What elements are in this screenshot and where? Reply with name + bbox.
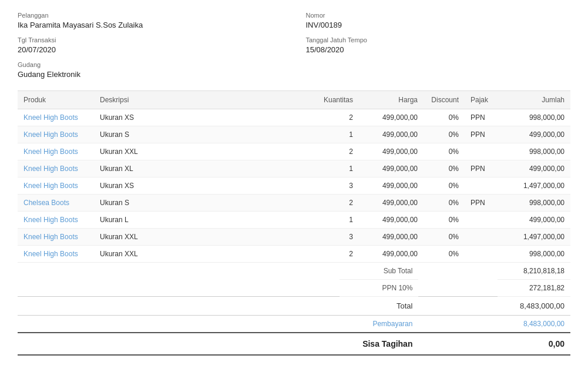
product-tax: PPN (465, 109, 500, 126)
product-qty: 1 (312, 160, 359, 177)
ppn-label: PPN 10% (340, 280, 418, 297)
col-pajak: Pajak (465, 91, 500, 109)
product-tax (465, 246, 500, 263)
table-row: Kneel High Boots Ukuran L 1 499,000,00 0… (18, 212, 570, 229)
summary-area: Sub Total 8,210,818,18 PPN 10% 272,181,8… (18, 263, 570, 356)
total-value: 8,483,000,00 (498, 297, 570, 316)
table-row: Chelsea Boots Ukuran S 2 499,000,00 0% P… (18, 195, 570, 212)
col-kuantitas: Kuantitas (312, 91, 359, 109)
table-row: Kneel High Boots Ukuran XL 1 499,000,00 … (18, 160, 570, 177)
product-price: 499,000,00 (359, 126, 424, 143)
product-name[interactable]: Chelsea Boots (18, 195, 94, 212)
pelanggan-block: Pelanggan Ika Paramita Mayasari S.Sos Zu… (18, 12, 283, 29)
product-total: 1,497,000,00 (500, 229, 570, 246)
sisa-tagihan-value: 0,00 (498, 333, 570, 355)
product-qty: 1 (312, 126, 359, 143)
product-name[interactable]: Kneel High Boots (18, 246, 94, 263)
product-name[interactable]: Kneel High Boots (18, 109, 94, 126)
nomor-value: INV/00189 (306, 21, 571, 29)
table-row: Kneel High Boots Ukuran XXL 2 499,000,00… (18, 246, 570, 263)
product-discount: 0% (424, 229, 465, 246)
product-name[interactable]: Kneel High Boots (18, 212, 94, 229)
product-total: 998,000,00 (500, 143, 570, 160)
table-row: Kneel High Boots Ukuran XXL 3 499,000,00… (18, 229, 570, 246)
tgl-transaksi-block: Tgl Transaksi 20/07/2020 (18, 36, 283, 54)
col-deskripsi: Deskripsi (94, 91, 312, 109)
product-price: 499,000,00 (359, 195, 424, 212)
table-row: Kneel High Boots Ukuran XS 3 499,000,00 … (18, 177, 570, 195)
product-tax: PPN (465, 160, 500, 177)
tgl-transaksi-label: Tgl Transaksi (18, 36, 283, 43)
product-name[interactable]: Kneel High Boots (18, 177, 94, 195)
product-desc: Ukuran XS (94, 109, 312, 126)
product-desc: Ukuran XL (94, 160, 312, 177)
col-jumlah: Jumlah (500, 91, 570, 109)
product-price: 499,000,00 (359, 143, 424, 160)
invoice-table: Produk Deskripsi Kuantitas Harga Discoun… (18, 91, 570, 263)
pembayaran-value: 8,483,000,00 (498, 316, 570, 333)
nomor-label: Nomor (306, 12, 571, 19)
col-produk: Produk (18, 91, 94, 109)
sub-total-value: 8,210,818,18 (498, 263, 570, 280)
product-tax: PPN (465, 195, 500, 212)
product-price: 499,000,00 (359, 177, 424, 195)
table-row: Kneel High Boots Ukuran S 1 499,000,00 0… (18, 126, 570, 143)
nomor-block: Nomor INV/00189 (306, 12, 571, 29)
meta-section: Pelanggan Ika Paramita Mayasari S.Sos Zu… (18, 12, 570, 79)
product-desc: Ukuran S (94, 195, 312, 212)
sub-total-label: Sub Total (340, 263, 418, 280)
product-discount: 0% (424, 195, 465, 212)
product-total: 998,000,00 (500, 195, 570, 212)
product-price: 499,000,00 (359, 160, 424, 177)
pembayaran-row: Pembayaran 8,483,000,00 (18, 316, 570, 333)
product-desc: Ukuran XXL (94, 246, 312, 263)
pelanggan-label: Pelanggan (18, 12, 283, 19)
product-discount: 0% (424, 177, 465, 195)
product-total: 998,000,00 (500, 246, 570, 263)
product-qty: 3 (312, 177, 359, 195)
col-harga: Harga (359, 91, 424, 109)
ppn-row: PPN 10% 272,181,82 (18, 280, 570, 297)
product-name[interactable]: Kneel High Boots (18, 160, 94, 177)
tanggal-jatuh-tempo-value: 15/08/2020 (306, 45, 571, 54)
sisa-tagihan-label: Sisa Tagihan (340, 333, 418, 355)
tgl-transaksi-value: 20/07/2020 (18, 45, 283, 54)
product-total: 998,000,00 (500, 109, 570, 126)
product-desc: Ukuran XS (94, 177, 312, 195)
sisa-tagihan-row: Sisa Tagihan 0,00 (18, 333, 570, 355)
product-tax (465, 229, 500, 246)
product-qty: 1 (312, 212, 359, 229)
pelanggan-value: Ika Paramita Mayasari S.Sos Zulaika (18, 21, 283, 29)
product-desc: Ukuran XXL (94, 143, 312, 160)
product-price: 499,000,00 (359, 229, 424, 246)
table-header-row: Produk Deskripsi Kuantitas Harga Discoun… (18, 91, 570, 109)
product-name[interactable]: Kneel High Boots (18, 126, 94, 143)
gudang-block: Gudang Gudang Elektronik (18, 61, 570, 79)
product-total: 499,000,00 (500, 126, 570, 143)
product-price: 499,000,00 (359, 109, 424, 126)
product-qty: 2 (312, 246, 359, 263)
product-discount: 0% (424, 160, 465, 177)
table-row: Kneel High Boots Ukuran XXL 2 499,000,00… (18, 143, 570, 160)
product-qty: 3 (312, 229, 359, 246)
product-qty: 2 (312, 195, 359, 212)
product-discount: 0% (424, 246, 465, 263)
ppn-value: 272,181,82 (498, 280, 570, 297)
total-row: Total 8,483,000,00 (18, 297, 570, 316)
table-row: Kneel High Boots Ukuran XS 2 499,000,00 … (18, 109, 570, 126)
product-name[interactable]: Kneel High Boots (18, 229, 94, 246)
product-total: 499,000,00 (500, 212, 570, 229)
product-desc: Ukuran S (94, 126, 312, 143)
product-price: 499,000,00 (359, 246, 424, 263)
product-qty: 2 (312, 143, 359, 160)
gudang-value: Gudang Elektronik (18, 70, 570, 79)
product-qty: 2 (312, 109, 359, 126)
product-discount: 0% (424, 212, 465, 229)
product-desc: Ukuran L (94, 212, 312, 229)
product-tax: PPN (465, 126, 500, 143)
product-total: 499,000,00 (500, 160, 570, 177)
pembayaran-label: Pembayaran (340, 316, 418, 333)
product-discount: 0% (424, 143, 465, 160)
product-price: 499,000,00 (359, 212, 424, 229)
product-name[interactable]: Kneel High Boots (18, 143, 94, 160)
